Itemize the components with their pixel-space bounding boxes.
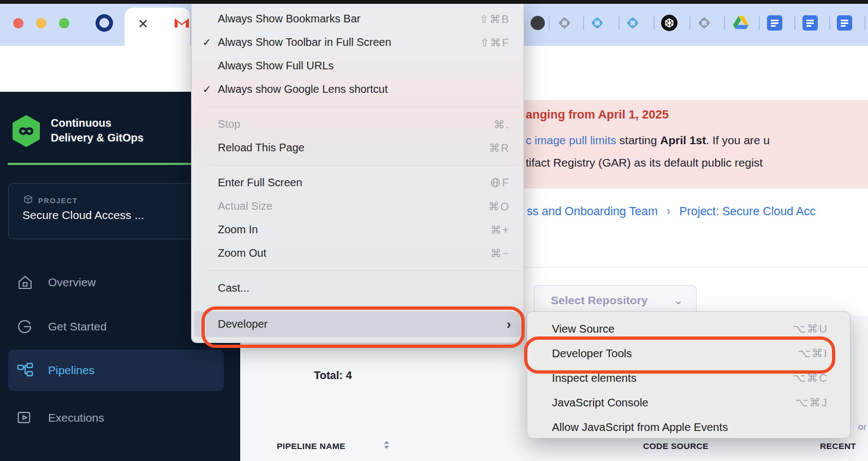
tab-separator: [864, 16, 865, 30]
sidebar-item-label: Overview: [48, 276, 96, 289]
menu-shortcut: ⌥⌘J: [795, 396, 828, 409]
column-header-recent[interactable]: RECENT: [820, 441, 856, 451]
menu-shortcut: ⌥⌘U: [793, 322, 828, 335]
menu-shortcut: ⌘+: [490, 223, 510, 237]
menu-item-always-show-full-urls[interactable]: Always Show Full URLs: [192, 54, 524, 78]
menu-item-label: Actual Size: [218, 200, 272, 212]
submenu-item-allow-javascript-from-apple-events[interactable]: Allow JavaScript from Apple Events: [527, 415, 850, 439]
menu-item-always-show-toolbar-in-full-screen[interactable]: ✓ Always Show Toolbar in Full Screen ⇧⌘F: [192, 31, 524, 54]
menu-item-actual-size: Actual Size ⌘O: [192, 194, 524, 218]
home-icon: [16, 274, 34, 291]
drive-favicon[interactable]: [733, 15, 749, 32]
select-repository-label: Select Repository: [551, 294, 647, 307]
tab-separator: [794, 16, 795, 30]
menu-item-label: View Source: [552, 322, 615, 335]
harness-cd-logo: [11, 115, 41, 150]
checkmark-icon: ✓: [203, 36, 211, 49]
pipelines-icon: [16, 362, 34, 379]
chevron-down-icon: ⌄: [674, 294, 683, 307]
menu-item-label: Cast...: [218, 282, 249, 294]
banner-bold: April 1st: [660, 134, 706, 146]
close-tab-icon[interactable]: ✕: [138, 17, 148, 31]
annotation-ring-developer-tools: [524, 336, 835, 374]
executions-icon: [16, 410, 34, 426]
menu-shortcut: ⌘R: [489, 141, 510, 155]
tab-separator: [583, 16, 584, 30]
ring-favicon[interactable]: [96, 14, 113, 32]
banner-line3: tifact Registry (GAR) as its default pub…: [526, 156, 763, 169]
banner-text: starting: [616, 134, 661, 146]
module-title: Continuous Delivery & GitOps: [51, 116, 144, 145]
menu-shortcut: ⌘O: [488, 200, 510, 213]
screen-top-edge: [0, 0, 868, 4]
diamond-blue-favicon[interactable]: [589, 15, 605, 33]
tab-separator: [759, 16, 760, 30]
menu-shortcut: ⌘−: [490, 247, 510, 260]
column-header-pipeline-name[interactable]: PIPELINE NAME: [277, 441, 346, 451]
menu-shortcut: ⇧⌘F: [480, 36, 510, 49]
column-header-code-source[interactable]: CODE SOURCE: [643, 441, 709, 451]
menu-item-label: Zoom In: [218, 223, 258, 236]
docs-favicon[interactable]: [767, 15, 782, 31]
banner-title: anging from April 1, 2025: [526, 108, 669, 122]
menu-item-label: Reload This Page: [218, 141, 305, 154]
screen: ✕: [0, 0, 868, 461]
docs-favicon[interactable]: [837, 15, 852, 31]
menu-item-label: Allow JavaScript from Apple Events: [552, 421, 728, 434]
traffic-light-close[interactable]: [13, 18, 23, 28]
traffic-light-minimize[interactable]: [36, 18, 46, 28]
menu-item-label: JavaScript Console: [552, 396, 649, 409]
sidebar-item-services[interactable]: Services: [0, 454, 240, 461]
menu-item-zoom-in[interactable]: Zoom In ⌘+: [192, 218, 524, 241]
view-menu: Always Show Bookmarks Bar ⇧⌘B ✓ Always S…: [191, 0, 524, 343]
project-name: Secure Cloud Access ...: [22, 209, 144, 222]
menu-shortcut: ⇧⌘B: [479, 13, 510, 26]
tab-separator: [653, 16, 655, 30]
menu-divider: [207, 270, 518, 271]
project-label: PROJECT: [38, 197, 78, 205]
gmail-favicon[interactable]: [174, 16, 190, 31]
menu-shortcut: F: [490, 176, 510, 189]
cube-icon: [23, 194, 33, 206]
menu-item-label: Always Show Bookmarks Bar: [218, 13, 360, 25]
project-label-row: PROJECT: [23, 194, 78, 206]
sidebar-item-executions[interactable]: Executions: [0, 403, 240, 433]
diamond-blue-favicon[interactable]: [625, 15, 641, 33]
menu-item-label: Enter Full Screen: [218, 176, 302, 189]
sidebar-item-pipelines[interactable]: Pipelines: [0, 356, 240, 385]
menu-item-cast[interactable]: Cast...: [192, 276, 524, 300]
menu-item-enter-full-screen[interactable]: Enter Full Screen F: [192, 171, 524, 194]
tab-separator: [549, 16, 550, 30]
history-favicon[interactable]: [531, 16, 545, 30]
checkmark-icon: ✓: [203, 83, 211, 96]
sidebar-item-label: Pipelines: [48, 364, 94, 377]
menu-item-label: Stop: [218, 118, 240, 131]
menu-item-reload-this-page[interactable]: Reload This Page ⌘R: [192, 136, 524, 159]
sidebar-item-label: Executions: [48, 411, 104, 424]
chatgpt-favicon[interactable]: [661, 14, 678, 34]
chevron-right-icon: ›: [667, 204, 670, 218]
docs-favicon[interactable]: [802, 15, 818, 31]
menu-item-zoom-out[interactable]: Zoom Out ⌘−: [192, 241, 524, 265]
breadcrumb-project[interactable]: Project: Secure Cloud Acc: [679, 205, 816, 218]
menu-item-label: Always Show Full URLs: [218, 60, 334, 72]
banner-link[interactable]: c image pull limits: [526, 134, 616, 146]
menu-shortcut-key: F: [502, 176, 510, 189]
diamond-gray-favicon[interactable]: [696, 15, 712, 33]
menu-item-always-show-google-lens-shortcut[interactable]: ✓ Always show Google Lens shortcut: [192, 78, 524, 101]
globe-icon: [490, 176, 501, 189]
breadcrumb: ss and Onboarding Team › Project: Secure…: [527, 204, 816, 218]
banner-line2: c image pull limits starting April 1st. …: [526, 134, 770, 147]
tab-separator: [724, 16, 725, 30]
traffic-light-zoom[interactable]: [59, 18, 69, 28]
total-count: Total: 4: [314, 369, 352, 382]
menu-item-stop: Stop ⌘.: [192, 113, 524, 136]
module-title-line2: Delivery & GitOps: [51, 131, 144, 145]
sidebar-item-label: Get Started: [48, 320, 106, 333]
menu-item-always-show-bookmarks-bar[interactable]: Always Show Bookmarks Bar ⇧⌘B: [192, 7, 524, 31]
diamond-gray-favicon[interactable]: [556, 15, 573, 33]
developer-submenu: View Source ⌥⌘U Developer Tools ⌥⌘I Insp…: [527, 311, 851, 439]
submenu-item-javascript-console[interactable]: JavaScript Console ⌥⌘J: [527, 390, 850, 415]
breadcrumb-org[interactable]: ss and Onboarding Team: [527, 205, 658, 218]
sort-icon[interactable]: [383, 440, 390, 452]
